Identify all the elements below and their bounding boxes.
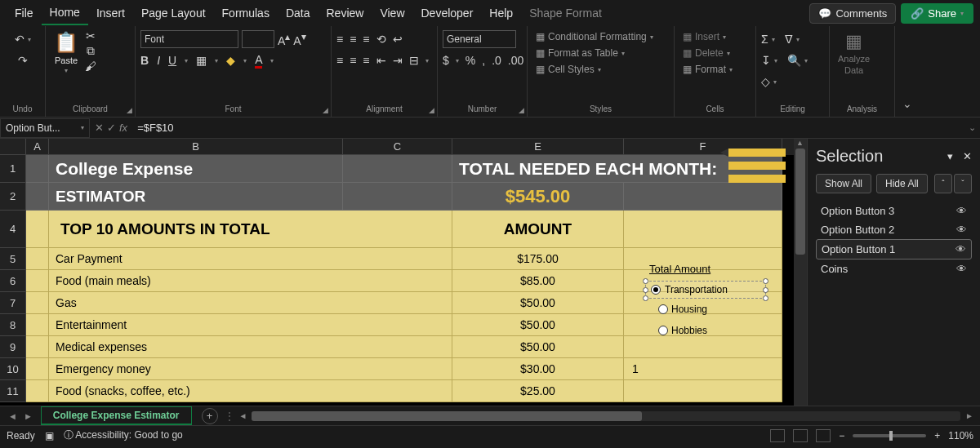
row-header[interactable]: 6	[0, 270, 26, 292]
menu-shape-format[interactable]: Shape Format	[521, 2, 610, 24]
align-left-icon[interactable]: ≡	[336, 54, 343, 67]
menu-data[interactable]: Data	[278, 2, 318, 24]
menu-home[interactable]: Home	[42, 1, 88, 25]
cell-expense-label[interactable]: Food (snacks, coffee, etc.)	[49, 380, 452, 402]
scroll-left-icon[interactable]: ◄	[239, 411, 247, 420]
cell-expense-amount[interactable]: $50.00	[452, 292, 624, 314]
find-select-icon[interactable]: 🔍	[787, 54, 801, 67]
tab-nav-prev-icon[interactable]: ◄	[8, 411, 17, 421]
cell[interactable]	[26, 336, 49, 358]
name-box[interactable]: Option But...▾	[0, 118, 90, 138]
number-launcher-icon[interactable]: ◢	[519, 106, 524, 114]
cell-title[interactable]: College Expense	[49, 155, 343, 183]
col-header-b[interactable]: B	[49, 139, 343, 155]
format-painter-icon[interactable]: 🖌	[85, 60, 96, 73]
enter-formula-icon[interactable]: ✓	[107, 122, 116, 134]
zoom-in-icon[interactable]: +	[934, 430, 940, 441]
macro-record-icon[interactable]: ▣	[45, 430, 54, 441]
cell-expense-amount[interactable]: $50.00	[452, 314, 624, 336]
align-right-icon[interactable]: ≡	[363, 54, 369, 67]
analyze-data-button[interactable]: ▦ AnalyzeData	[835, 29, 873, 77]
scroll-right-icon[interactable]: ►	[965, 411, 973, 420]
scroll-up-icon[interactable]: ▲	[796, 139, 804, 147]
accessibility-status[interactable]: ⓘ Accessibility: Good to go	[64, 428, 183, 442]
option-button-3[interactable]: Hobbies	[658, 325, 707, 336]
clear-icon[interactable]: ◇	[761, 75, 770, 88]
formula-input[interactable]: =$F$10	[132, 118, 964, 138]
cell[interactable]	[624, 380, 782, 402]
selection-item[interactable]: Option Button 3👁	[816, 202, 972, 220]
horizontal-scroll-thumb[interactable]	[252, 411, 641, 421]
undo-icon[interactable]: ↶	[15, 33, 24, 46]
font-size-combo[interactable]	[242, 30, 274, 48]
vertical-scroll-thumb[interactable]	[795, 149, 805, 255]
decrease-indent-icon[interactable]: ⇤	[376, 54, 386, 67]
copy-icon[interactable]: ⧉	[87, 44, 95, 58]
visibility-toggle-icon[interactable]: 👁	[956, 243, 966, 255]
cell-expense-amount[interactable]: $25.00	[452, 380, 624, 402]
collapse-ribbon-icon[interactable]: ⌄	[895, 97, 920, 117]
cell-expense-label[interactable]: Gas	[49, 292, 452, 314]
bold-icon[interactable]: B	[140, 54, 149, 67]
cell-expense-amount[interactable]: $175.00	[452, 248, 624, 270]
row-header[interactable]: 5	[0, 248, 26, 270]
percent-icon[interactable]: %	[466, 54, 475, 67]
increase-indent-icon[interactable]: ⇥	[393, 54, 403, 67]
new-sheet-button[interactable]: +	[202, 408, 218, 424]
visibility-toggle-icon[interactable]: 👁	[956, 224, 967, 236]
fill-icon[interactable]: ↧	[761, 54, 771, 67]
bring-forward-icon[interactable]: ˆ	[934, 174, 952, 193]
insert-cells-button[interactable]: ▦Insert▾	[679, 29, 729, 44]
cell[interactable]	[26, 314, 49, 336]
autosum-icon[interactable]: Σ	[761, 33, 768, 46]
cell-amount-header[interactable]: AMOUNT	[452, 211, 624, 248]
row-header[interactable]: 9	[0, 336, 26, 358]
borders-icon[interactable]: ▦	[196, 54, 207, 67]
align-top-icon[interactable]: ≡	[336, 33, 343, 46]
align-bottom-icon[interactable]: ≡	[363, 33, 369, 46]
cell[interactable]	[26, 358, 49, 380]
menu-formulas[interactable]: Formulas	[214, 2, 278, 24]
row-header[interactable]: 1	[0, 155, 26, 183]
task-pane-options-icon[interactable]: ▾	[947, 150, 953, 162]
col-header-c[interactable]: C	[343, 139, 452, 155]
send-backward-icon[interactable]: ˇ	[954, 174, 972, 193]
horizontal-scrollbar[interactable]	[252, 411, 960, 421]
row-header[interactable]: 4	[0, 211, 26, 248]
menu-insert[interactable]: Insert	[88, 2, 133, 24]
col-header-e[interactable]: E	[452, 139, 624, 155]
close-pane-icon[interactable]: ✕	[963, 150, 972, 162]
redo-icon[interactable]: ↷	[18, 54, 28, 67]
align-center-icon[interactable]: ≡	[350, 54, 356, 67]
italic-icon[interactable]: I	[157, 54, 160, 67]
radio-selected-icon[interactable]	[651, 285, 661, 295]
normal-view-icon[interactable]	[770, 429, 785, 442]
expand-formula-bar-icon[interactable]: ⌄	[964, 122, 980, 133]
menu-developer[interactable]: Developer	[413, 2, 482, 24]
menu-review[interactable]: Review	[318, 2, 372, 24]
tab-split-handle[interactable]: ⋮	[225, 410, 234, 422]
cell-expense-label[interactable]: Food (main meals)	[49, 270, 452, 292]
font-launcher-icon[interactable]: ◢	[323, 106, 328, 114]
cell-expense-amount[interactable]: $50.00	[452, 336, 624, 358]
sort-filter-icon[interactable]: ᐁ	[785, 33, 793, 46]
visibility-toggle-icon[interactable]: 👁	[956, 263, 967, 275]
cell[interactable]	[26, 248, 49, 270]
comma-icon[interactable]: ,	[482, 54, 485, 67]
increase-font-icon[interactable]: A▴	[278, 31, 290, 47]
selection-item[interactable]: Option Button 2👁	[816, 220, 972, 239]
currency-icon[interactable]: $	[443, 54, 449, 67]
cell-expense-label[interactable]: Car Payment	[49, 248, 452, 270]
row-header[interactable]: 8	[0, 314, 26, 336]
font-color-icon[interactable]: A	[255, 53, 262, 69]
number-format-combo[interactable]	[443, 30, 516, 48]
decrease-font-icon[interactable]: A▾	[293, 31, 305, 47]
col-header-f[interactable]: F	[624, 139, 782, 155]
option-hobbies[interactable]: Hobbies	[671, 325, 707, 336]
radio-icon[interactable]	[658, 304, 668, 314]
decrease-decimal-icon[interactable]: .00	[508, 54, 523, 67]
conditional-formatting-button[interactable]: ▦Conditional Formatting▾	[532, 29, 657, 44]
zoom-slider[interactable]	[853, 434, 926, 437]
share-button[interactable]: 🔗Share▾	[901, 3, 973, 24]
col-header-a[interactable]: A	[26, 139, 49, 155]
